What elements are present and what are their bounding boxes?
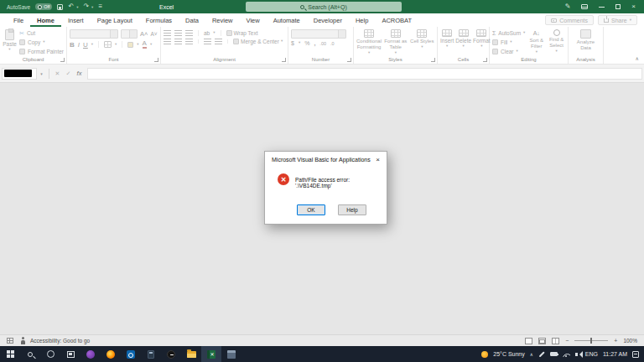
customize-qat-icon[interactable]: ≡ xyxy=(98,3,102,10)
search-input[interactable]: Search (Alt+Q) xyxy=(246,2,402,12)
zoom-slider[interactable] xyxy=(574,340,608,341)
enter-button[interactable]: ✓ xyxy=(63,68,74,80)
tab-home[interactable]: Home xyxy=(30,13,61,27)
font-size-combobox[interactable] xyxy=(121,29,138,39)
percent-style-button[interactable]: % xyxy=(304,40,309,46)
delete-cells-button[interactable]: Delete▾ xyxy=(455,29,471,54)
page-layout-view-button[interactable] xyxy=(538,338,546,344)
clock[interactable]: 11:27 AM xyxy=(603,351,627,357)
borders-dropdown-icon[interactable]: ▾ xyxy=(115,43,117,47)
fill-button[interactable]: Fill▾ xyxy=(492,39,525,46)
top-align-icon[interactable] xyxy=(164,30,171,36)
tab-data[interactable]: Data xyxy=(179,13,205,27)
italic-button[interactable]: I xyxy=(78,41,80,49)
close-button[interactable]: × xyxy=(631,3,636,10)
firefox-button[interactable] xyxy=(101,346,121,362)
volume-icon[interactable] xyxy=(575,353,578,356)
insert-cells-button[interactable]: Insert▾ xyxy=(440,29,454,54)
borders-button[interactable] xyxy=(104,41,112,48)
autosum-button[interactable]: ΣAutoSum▾ xyxy=(492,29,525,37)
alignment-dialog-launcher-icon[interactable] xyxy=(282,58,286,62)
taskbar-app-gray[interactable] xyxy=(221,346,242,362)
number-dialog-launcher-icon[interactable] xyxy=(347,58,351,62)
dialog-close-icon[interactable]: × xyxy=(376,156,380,163)
tab-file[interactable]: File xyxy=(7,13,30,27)
format-painter-button[interactable]: Format Painter xyxy=(19,48,64,55)
accessibility-status[interactable]: Accessibility: Good to go xyxy=(30,338,90,344)
align-right-icon[interactable] xyxy=(185,39,193,44)
taskbar-app-dark[interactable] xyxy=(161,346,181,362)
zoom-in-button[interactable]: + xyxy=(614,338,617,344)
decrease-decimal-button[interactable]: .0 xyxy=(330,41,335,46)
restore-button[interactable] xyxy=(615,4,621,9)
format-cells-button[interactable]: Format▾ xyxy=(473,29,491,54)
zoom-out-button[interactable]: − xyxy=(565,338,569,344)
tab-insert[interactable]: Insert xyxy=(61,13,91,27)
fill-color-button[interactable] xyxy=(127,42,133,48)
tab-page-layout[interactable]: Page Layout xyxy=(91,13,139,27)
task-view-button[interactable] xyxy=(60,346,80,362)
help-button[interactable]: Help xyxy=(338,204,366,215)
hidden-icons-chevron-icon[interactable]: ∧ xyxy=(530,352,533,357)
collapse-ribbon-icon[interactable]: ∧ xyxy=(636,55,639,61)
excel-taskbar-button[interactable] xyxy=(201,346,221,362)
font-name-combobox[interactable] xyxy=(70,29,118,39)
wrap-text-button[interactable]: Wrap Text xyxy=(226,30,258,36)
save-icon[interactable] xyxy=(57,4,63,10)
redo-button[interactable]: ↷ xyxy=(83,3,89,10)
redo-dropdown-icon[interactable]: ▾ xyxy=(91,5,93,9)
macro-record-icon[interactable] xyxy=(7,338,13,344)
undo-dropdown-icon[interactable]: ▾ xyxy=(76,5,78,9)
bold-button[interactable]: B xyxy=(70,41,75,49)
fill-color-dropdown-icon[interactable]: ▾ xyxy=(137,43,138,47)
font-dialog-launcher-icon[interactable] xyxy=(154,58,158,62)
ok-button[interactable]: OK xyxy=(297,204,325,215)
accounting-format-button[interactable]: $ xyxy=(291,40,294,46)
tab-review[interactable]: Review xyxy=(205,13,240,27)
align-center-icon[interactable] xyxy=(174,39,182,44)
merge-center-button[interactable]: Merge & Center▾ xyxy=(233,39,283,44)
decrease-indent-icon[interactable] xyxy=(204,39,211,44)
format-as-table-button[interactable]: Format as Table▾ xyxy=(383,29,408,55)
start-button[interactable] xyxy=(0,346,20,362)
weather-widget[interactable]: 25°C Sunny xyxy=(493,351,524,357)
taskbar-search-button[interactable] xyxy=(20,346,40,362)
autosave-toggle[interactable]: Off xyxy=(35,3,52,10)
cell-styles-button[interactable]: Cell Styles▾ xyxy=(410,29,434,55)
increase-indent-icon[interactable] xyxy=(215,39,222,44)
taskbar-app-purple[interactable] xyxy=(80,346,101,362)
orientation-button[interactable]: ab xyxy=(204,29,210,37)
insert-function-button[interactable]: fx xyxy=(74,68,85,80)
tab-automate[interactable]: Automate xyxy=(267,13,307,27)
paste-button[interactable]: Paste ▾ xyxy=(3,29,17,55)
clear-button[interactable]: Clear▾ xyxy=(492,48,525,55)
pen-mode-icon[interactable]: ✎ xyxy=(565,3,571,10)
zoom-level[interactable]: 100% xyxy=(623,338,637,344)
pen-tray-icon[interactable] xyxy=(538,351,544,357)
copy-button[interactable]: Copy▾ xyxy=(19,39,64,46)
styles-dialog-launcher-icon[interactable] xyxy=(431,58,435,62)
find-select-button[interactable]: Find & Select▾ xyxy=(548,29,565,55)
comma-style-button[interactable]: , xyxy=(314,40,315,46)
outlook-button[interactable] xyxy=(121,346,141,362)
ribbon-display-options-icon[interactable] xyxy=(581,4,588,9)
clipboard-dialog-launcher-icon[interactable] xyxy=(60,58,65,62)
page-break-view-button[interactable] xyxy=(552,338,559,344)
share-button[interactable]: Share▾ xyxy=(598,15,637,25)
comments-button[interactable]: Comments xyxy=(545,15,594,25)
conditional-formatting-button[interactable]: Conditional Formatting▾ xyxy=(356,29,382,55)
cells-dialog-launcher-icon[interactable] xyxy=(483,58,487,62)
middle-align-icon[interactable] xyxy=(174,30,182,36)
bottom-align-icon[interactable] xyxy=(185,30,193,36)
language-indicator[interactable]: ENG xyxy=(585,351,598,357)
file-explorer-button[interactable] xyxy=(181,346,201,362)
tab-view[interactable]: View xyxy=(240,13,267,27)
increase-decimal-button[interactable]: .00 xyxy=(319,41,326,46)
normal-view-button[interactable] xyxy=(525,338,532,344)
undo-button[interactable]: ↶ xyxy=(68,3,74,10)
underline-button[interactable]: U xyxy=(83,41,88,49)
tab-help[interactable]: Help xyxy=(349,13,375,27)
sort-filter-button[interactable]: A↓Sort & Filter▾ xyxy=(527,29,545,55)
tab-developer[interactable]: Developer xyxy=(307,13,349,27)
analyze-data-button[interactable]: Analyze Data xyxy=(571,29,600,54)
